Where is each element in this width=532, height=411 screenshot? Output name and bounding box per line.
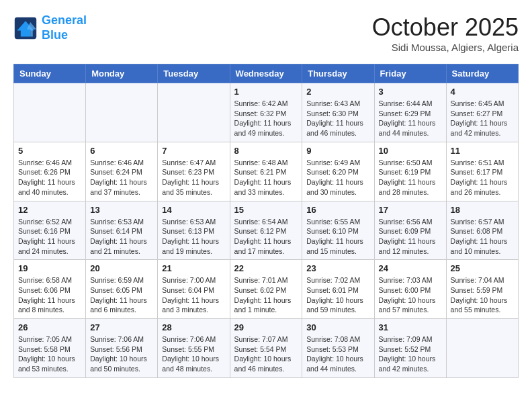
day-info: Sunrise: 6:54 AM Sunset: 6:12 PM Dayligh… (234, 217, 298, 257)
day-info: Sunrise: 6:43 AM Sunset: 6:30 PM Dayligh… (306, 99, 369, 138)
calendar-week-row: 26Sunrise: 7:05 AM Sunset: 5:58 PM Dayli… (14, 319, 519, 378)
calendar-cell: 12Sunrise: 6:52 AM Sunset: 6:16 PM Dayli… (14, 201, 86, 260)
day-info: Sunrise: 7:02 AM Sunset: 6:01 PM Dayligh… (306, 275, 369, 315)
day-number: 24 (379, 263, 442, 273)
calendar-cell: 8Sunrise: 6:48 AM Sunset: 6:21 PM Daylig… (230, 142, 302, 201)
day-number: 3 (379, 87, 442, 97)
day-info: Sunrise: 6:51 AM Sunset: 6:17 PM Dayligh… (451, 158, 514, 197)
day-number: 31 (379, 322, 442, 332)
calendar-cell: 19Sunrise: 6:58 AM Sunset: 6:06 PM Dayli… (14, 260, 86, 319)
calendar-cell: 14Sunrise: 6:53 AM Sunset: 6:13 PM Dayli… (158, 201, 230, 260)
day-number: 23 (306, 263, 369, 273)
day-number: 21 (162, 263, 225, 273)
day-number: 10 (379, 146, 442, 156)
day-info: Sunrise: 6:50 AM Sunset: 6:19 PM Dayligh… (379, 158, 442, 197)
calendar-cell: 7Sunrise: 6:47 AM Sunset: 6:23 PM Daylig… (158, 142, 230, 201)
day-number: 20 (90, 263, 153, 273)
day-number: 28 (162, 322, 225, 332)
day-info: Sunrise: 7:01 AM Sunset: 6:02 PM Dayligh… (234, 275, 298, 315)
calendar-cell: 15Sunrise: 6:54 AM Sunset: 6:12 PM Dayli… (230, 201, 302, 260)
day-info: Sunrise: 6:53 AM Sunset: 6:13 PM Dayligh… (162, 217, 225, 257)
day-info: Sunrise: 6:58 AM Sunset: 6:06 PM Dayligh… (18, 275, 81, 315)
calendar-cell: 16Sunrise: 6:55 AM Sunset: 6:10 PM Dayli… (302, 201, 374, 260)
weekday-header: Sunday (14, 64, 86, 83)
day-info: Sunrise: 6:42 AM Sunset: 6:32 PM Dayligh… (234, 99, 298, 138)
day-number: 26 (18, 322, 81, 332)
calendar-table: SundayMondayTuesdayWednesdayThursdayFrid… (13, 64, 519, 378)
day-number: 13 (90, 205, 153, 215)
logo: General Blue (13, 13, 87, 42)
location-subtitle: Sidi Moussa, Algiers, Algeria (372, 42, 519, 53)
day-info: Sunrise: 7:06 AM Sunset: 5:55 PM Dayligh… (162, 334, 225, 374)
day-info: Sunrise: 7:08 AM Sunset: 5:53 PM Dayligh… (306, 334, 369, 374)
day-number: 19 (18, 263, 81, 273)
calendar-cell: 11Sunrise: 6:51 AM Sunset: 6:17 PM Dayli… (446, 142, 518, 201)
calendar-cell (14, 83, 86, 142)
calendar-cell (158, 83, 230, 142)
weekday-header: Thursday (302, 64, 374, 83)
day-number: 4 (451, 87, 514, 97)
weekday-header: Monday (86, 64, 158, 83)
day-info: Sunrise: 6:59 AM Sunset: 6:05 PM Dayligh… (90, 275, 153, 315)
calendar-cell: 18Sunrise: 6:57 AM Sunset: 6:08 PM Dayli… (446, 201, 518, 260)
logo-text: General Blue (42, 13, 87, 42)
calendar-cell: 20Sunrise: 6:59 AM Sunset: 6:05 PM Dayli… (86, 260, 158, 319)
day-info: Sunrise: 6:52 AM Sunset: 6:16 PM Dayligh… (18, 217, 81, 257)
day-info: Sunrise: 6:45 AM Sunset: 6:27 PM Dayligh… (451, 99, 514, 138)
calendar-cell: 1Sunrise: 6:42 AM Sunset: 6:32 PM Daylig… (230, 83, 302, 142)
day-info: Sunrise: 7:06 AM Sunset: 5:56 PM Dayligh… (90, 334, 153, 374)
day-info: Sunrise: 7:00 AM Sunset: 6:04 PM Dayligh… (162, 275, 225, 315)
day-info: Sunrise: 6:53 AM Sunset: 6:14 PM Dayligh… (90, 217, 153, 257)
day-number: 30 (306, 322, 369, 332)
day-number: 5 (18, 146, 81, 156)
day-info: Sunrise: 6:46 AM Sunset: 6:26 PM Dayligh… (18, 158, 81, 197)
day-info: Sunrise: 6:55 AM Sunset: 6:10 PM Dayligh… (306, 217, 369, 257)
day-number: 16 (306, 205, 369, 215)
weekday-header: Wednesday (230, 64, 302, 83)
calendar-cell: 5Sunrise: 6:46 AM Sunset: 6:26 PM Daylig… (14, 142, 86, 201)
day-info: Sunrise: 7:09 AM Sunset: 5:52 PM Dayligh… (379, 334, 442, 374)
day-number: 7 (162, 146, 225, 156)
day-number: 27 (90, 322, 153, 332)
calendar-cell: 22Sunrise: 7:01 AM Sunset: 6:02 PM Dayli… (230, 260, 302, 319)
day-info: Sunrise: 6:47 AM Sunset: 6:23 PM Dayligh… (162, 158, 225, 197)
day-number: 8 (234, 146, 298, 156)
calendar-cell: 31Sunrise: 7:09 AM Sunset: 5:52 PM Dayli… (374, 319, 446, 378)
day-info: Sunrise: 6:57 AM Sunset: 6:08 PM Dayligh… (451, 217, 514, 257)
calendar-cell (446, 319, 518, 378)
calendar-cell: 26Sunrise: 7:05 AM Sunset: 5:58 PM Dayli… (14, 319, 86, 378)
day-number: 9 (306, 146, 369, 156)
calendar-week-row: 1Sunrise: 6:42 AM Sunset: 6:32 PM Daylig… (14, 83, 519, 142)
calendar-cell: 30Sunrise: 7:08 AM Sunset: 5:53 PM Dayli… (302, 319, 374, 378)
day-info: Sunrise: 7:04 AM Sunset: 5:59 PM Dayligh… (451, 275, 514, 315)
month-title: October 2025 (372, 13, 519, 42)
day-info: Sunrise: 6:48 AM Sunset: 6:21 PM Dayligh… (234, 158, 298, 197)
page-header: General Blue October 2025 Sidi Moussa, A… (13, 13, 519, 53)
calendar-cell (86, 83, 158, 142)
calendar-week-row: 12Sunrise: 6:52 AM Sunset: 6:16 PM Dayli… (14, 201, 519, 260)
title-block: October 2025 Sidi Moussa, Algiers, Alger… (372, 13, 519, 53)
calendar-cell: 6Sunrise: 6:46 AM Sunset: 6:24 PM Daylig… (86, 142, 158, 201)
calendar-cell: 23Sunrise: 7:02 AM Sunset: 6:01 PM Dayli… (302, 260, 374, 319)
day-number: 11 (451, 146, 514, 156)
calendar-cell: 21Sunrise: 7:00 AM Sunset: 6:04 PM Dayli… (158, 260, 230, 319)
calendar-cell: 2Sunrise: 6:43 AM Sunset: 6:30 PM Daylig… (302, 83, 374, 142)
calendar-cell: 9Sunrise: 6:49 AM Sunset: 6:20 PM Daylig… (302, 142, 374, 201)
day-info: Sunrise: 6:56 AM Sunset: 6:09 PM Dayligh… (379, 217, 442, 257)
day-number: 25 (451, 263, 514, 273)
calendar-cell: 25Sunrise: 7:04 AM Sunset: 5:59 PM Dayli… (446, 260, 518, 319)
calendar-week-row: 19Sunrise: 6:58 AM Sunset: 6:06 PM Dayli… (14, 260, 519, 319)
day-number: 22 (234, 263, 298, 273)
calendar-week-row: 5Sunrise: 6:46 AM Sunset: 6:26 PM Daylig… (14, 142, 519, 201)
weekday-header: Friday (374, 64, 446, 83)
day-info: Sunrise: 6:46 AM Sunset: 6:24 PM Dayligh… (90, 158, 153, 197)
weekday-header-row: SundayMondayTuesdayWednesdayThursdayFrid… (14, 64, 519, 83)
day-info: Sunrise: 6:49 AM Sunset: 6:20 PM Dayligh… (306, 158, 369, 197)
calendar-cell: 13Sunrise: 6:53 AM Sunset: 6:14 PM Dayli… (86, 201, 158, 260)
calendar-cell: 3Sunrise: 6:44 AM Sunset: 6:29 PM Daylig… (374, 83, 446, 142)
day-number: 1 (234, 87, 298, 97)
day-info: Sunrise: 7:03 AM Sunset: 6:00 PM Dayligh… (379, 275, 442, 315)
calendar-cell: 29Sunrise: 7:07 AM Sunset: 5:54 PM Dayli… (230, 319, 302, 378)
weekday-header: Tuesday (158, 64, 230, 83)
calendar-cell: 4Sunrise: 6:45 AM Sunset: 6:27 PM Daylig… (446, 83, 518, 142)
